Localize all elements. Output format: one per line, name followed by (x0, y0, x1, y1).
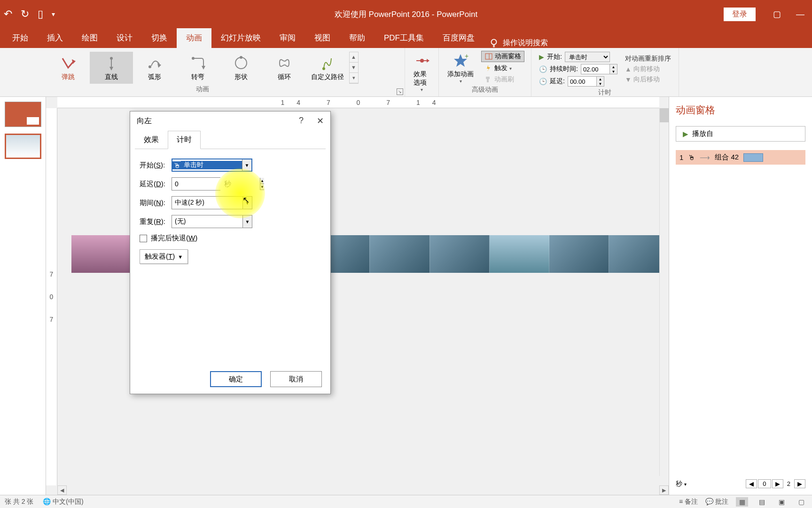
cursor-icon: ↖ (242, 195, 250, 205)
gallery-arc[interactable]: 弧形 (133, 52, 176, 84)
dialog-trigger-button[interactable]: 触发器(T) ▼ (140, 249, 188, 264)
tab-slideshow[interactable]: 幻灯片放映 (211, 28, 270, 48)
tab-insert[interactable]: 插入 (38, 28, 72, 48)
add-animation-icon: + (453, 53, 468, 69)
tab-transitions[interactable]: 切换 (142, 28, 177, 48)
dialog-duration-combo[interactable]: 中速(2 秒) ▼ (172, 196, 252, 209)
page-next-1[interactable]: ▶ (772, 479, 783, 488)
slideshow-view-icon[interactable]: ▢ (795, 497, 807, 507)
gallery-turn[interactable]: 转弯 (176, 52, 219, 84)
gallery-scroll-up[interactable]: ▲ (350, 52, 358, 63)
gallery-bounce[interactable]: 弹跳 (47, 52, 90, 84)
dialog-titlebar[interactable]: 向左 ? ✕ (130, 111, 330, 130)
vertical-scrollbar[interactable] (659, 108, 669, 476)
line-icon (103, 55, 120, 71)
ribbon: 弹跳 直线 弧形 转弯 形状 循环 (0, 48, 812, 97)
minimize-icon[interactable]: — (789, 5, 812, 24)
gallery-custom-path[interactable]: 自定义路径 (306, 52, 349, 84)
dialog-delay-label: 延迟(D): (140, 180, 172, 189)
quick-access-toolbar: ↶ ↻ ▯ ▾ (0, 8, 55, 20)
gallery-scroll-down[interactable]: ▼ (350, 63, 358, 73)
window-title: 欢迎使用 PowerPoint 2016 - PowerPoint (335, 9, 477, 20)
page-next-2[interactable]: ▶ (794, 479, 805, 488)
close-icon[interactable]: ✕ (317, 116, 324, 126)
dialog-tab-timing[interactable]: 计时 (168, 131, 201, 149)
animation-pane: 动画窗格 ▶ 播放自 1 🖱 ⟶ 组合 42 秒 ▾ ◀ ▶ 2 ▶ (669, 97, 812, 495)
title-bar: ↶ ↻ ▯ ▾ 欢迎使用 PowerPoint 2016 - PowerPoin… (0, 0, 812, 28)
slide-thumbnail-2[interactable] (5, 134, 41, 159)
undo-icon[interactable]: ↶ (4, 8, 12, 20)
tab-animations[interactable]: 动画 (177, 28, 211, 48)
page-prev[interactable]: ◀ (746, 479, 757, 488)
language-indicator[interactable]: 🌐 中文(中国) (43, 498, 83, 506)
tab-draw[interactable]: 绘图 (72, 28, 107, 48)
tab-help[interactable]: 帮助 (340, 28, 375, 48)
chevron-down-icon[interactable]: ▼ (242, 159, 251, 171)
chevron-down-icon: ▼ (178, 254, 183, 260)
comments-button[interactable]: 💬 批注 (705, 498, 728, 506)
move-earlier-button[interactable]: ▲ 向前移动 (625, 65, 671, 73)
dialog-start-combo[interactable]: 🖱 单击时 ▼ (172, 159, 252, 172)
dialog-tab-effect[interactable]: 效果 (135, 131, 168, 149)
rewind-checkbox-row[interactable]: 播完后快退(W) (140, 234, 321, 243)
tell-me-label: 操作说明搜索 (503, 38, 548, 48)
dialog-repeat-combo[interactable]: (无) ▼ (172, 215, 252, 228)
effect-options-button[interactable]: 效果选项 ▾ (409, 50, 435, 95)
gallery-loop[interactable]: 循环 (263, 52, 306, 84)
animation-item[interactable]: 1 🖱 ⟶ 组合 42 (676, 150, 805, 165)
customize-qat-icon[interactable]: ▾ (52, 10, 55, 18)
animation-pane-button[interactable]: 动画窗格 (481, 51, 524, 62)
ribbon-display-icon[interactable]: ▢ (765, 5, 789, 24)
horizontal-scrollbar[interactable]: ◀ ▶ (57, 485, 669, 495)
from-beginning-icon[interactable]: ▯ (38, 8, 43, 20)
gallery-line[interactable]: 直线 (90, 52, 133, 84)
svg-rect-20 (487, 79, 489, 82)
ok-button[interactable]: 确定 (210, 371, 262, 387)
start-select[interactable]: 单击时 (565, 52, 610, 62)
cancel-button[interactable]: 取消 (270, 371, 322, 387)
window-controls: 登录 ▢ — (724, 5, 812, 24)
reading-view-icon[interactable]: ▣ (775, 497, 788, 507)
animation-painter-button[interactable]: 动画刷 (481, 74, 524, 85)
slide-thumbnail-1[interactable] (5, 102, 41, 127)
scroll-left-icon[interactable]: ◀ (57, 485, 67, 495)
tab-view[interactable]: 视图 (305, 28, 340, 48)
animation-duration-bar[interactable] (743, 153, 763, 162)
delay-spinner[interactable]: ▲▼ (568, 76, 604, 87)
animation-dialog-launcher[interactable]: ↘ (397, 88, 403, 95)
add-animation-button[interactable]: + 添加动画 ▾ (443, 50, 478, 86)
login-button[interactable]: 登录 (724, 8, 756, 21)
tab-baidu[interactable]: 百度网盘 (433, 28, 484, 48)
main-area: 14 7 0 7 14 707 (0, 97, 812, 495)
mouse-icon: 🖱 (688, 153, 695, 161)
gallery-shape[interactable]: 形状 (219, 52, 263, 84)
slide-count: 张 共 2 张 (5, 498, 33, 506)
sorter-view-icon[interactable]: ▤ (756, 497, 768, 507)
tell-me-search[interactable]: 操作说明搜索 (489, 38, 548, 48)
trigger-button[interactable]: 触发 ▾ (481, 63, 524, 73)
duration-spinner[interactable]: ▲▼ (581, 64, 617, 74)
move-later-button[interactable]: ▼ 向后移动 (625, 75, 671, 84)
timing-dialog: 向左 ? ✕ 效果 计时 开始(S): 🖱 单击时 ▼ 延迟(D): ▲▼ 秒 (130, 111, 331, 394)
svg-point-5 (148, 65, 151, 68)
tab-pdf[interactable]: PDF工具集 (375, 28, 433, 48)
gallery-expand[interactable]: ▾ (350, 73, 358, 83)
rewind-checkbox[interactable] (140, 235, 147, 242)
notes-button[interactable]: ≡ 备注 (679, 498, 698, 506)
help-icon[interactable]: ? (299, 116, 304, 126)
page-current[interactable] (758, 479, 771, 488)
dialog-duration-label: 期间(N): (140, 198, 172, 207)
normal-view-icon[interactable]: ▦ (736, 497, 748, 507)
dialog-delay-spinner[interactable]: ▲▼ (172, 177, 220, 190)
chevron-down-icon[interactable]: ▼ (242, 215, 252, 228)
play-from-button[interactable]: ▶ 播放自 (676, 126, 805, 142)
tab-review[interactable]: 审阅 (270, 28, 305, 48)
trigger-icon (484, 64, 492, 72)
animation-pane-icon (484, 52, 493, 61)
redo-icon[interactable]: ↻ (21, 8, 29, 20)
scroll-right-icon[interactable]: ▶ (659, 485, 669, 495)
svg-rect-19 (486, 77, 490, 79)
tab-design[interactable]: 设计 (107, 28, 142, 48)
tab-home[interactable]: 开始 (3, 28, 38, 48)
ribbon-group-animation: 弹跳 直线 弧形 转弯 形状 循环 (0, 48, 405, 96)
